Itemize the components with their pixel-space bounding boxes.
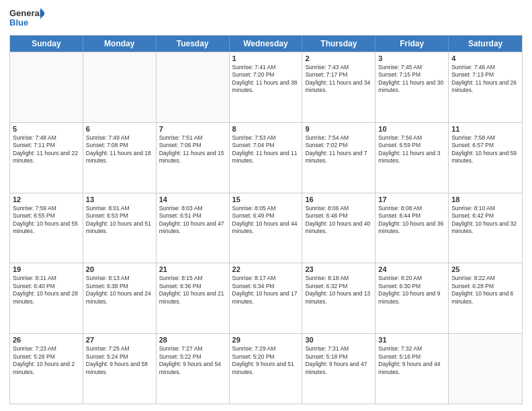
cal-header-friday: Friday (375, 36, 449, 52)
logo-svg: General Blue (9, 7, 44, 31)
day-number: 27 (86, 336, 153, 344)
cal-cell (157, 52, 230, 122)
calendar-body: 1Sunrise: 7:41 AMSunset: 7:20 PMDaylight… (10, 52, 522, 404)
cal-header-monday: Monday (83, 36, 157, 52)
cal-cell: 18Sunrise: 8:10 AMSunset: 6:42 PMDayligh… (449, 193, 522, 263)
day-number: 9 (305, 125, 372, 133)
day-number: 2 (305, 54, 372, 62)
cal-cell (449, 334, 522, 404)
day-number: 19 (13, 265, 80, 273)
cal-cell: 4Sunrise: 7:46 AMSunset: 7:13 PMDaylight… (449, 52, 522, 122)
day-info: Sunrise: 7:54 AMSunset: 7:02 PMDaylight:… (305, 134, 372, 165)
day-info: Sunrise: 8:05 AMSunset: 6:49 PMDaylight:… (232, 205, 300, 236)
day-number: 20 (86, 265, 153, 273)
svg-marker-2 (40, 8, 44, 19)
day-info: Sunrise: 7:29 AMSunset: 5:20 PMDaylight:… (232, 345, 300, 376)
day-number: 13 (86, 195, 153, 203)
cal-cell: 31Sunrise: 7:32 AMSunset: 5:16 PMDayligh… (375, 334, 449, 404)
day-info: Sunrise: 8:22 AMSunset: 6:28 PMDaylight:… (451, 275, 519, 306)
cal-cell: 21Sunrise: 8:15 AMSunset: 6:36 PMDayligh… (157, 263, 230, 333)
day-number: 7 (159, 125, 226, 133)
day-number: 11 (451, 125, 519, 133)
day-number: 12 (13, 195, 80, 203)
day-number: 3 (378, 54, 445, 62)
cal-cell (10, 52, 83, 122)
day-number: 1 (232, 54, 300, 62)
day-number: 31 (378, 336, 445, 344)
cal-cell: 22Sunrise: 8:17 AMSunset: 6:34 PMDayligh… (230, 263, 303, 333)
cal-cell: 17Sunrise: 8:08 AMSunset: 6:44 PMDayligh… (375, 193, 449, 263)
day-info: Sunrise: 7:58 AMSunset: 6:57 PMDaylight:… (451, 134, 519, 165)
day-info: Sunrise: 7:51 AMSunset: 7:06 PMDaylight:… (159, 134, 226, 165)
day-number: 29 (232, 336, 300, 344)
cal-cell: 11Sunrise: 7:58 AMSunset: 6:57 PMDayligh… (449, 123, 522, 193)
cal-cell: 8Sunrise: 7:53 AMSunset: 7:04 PMDaylight… (230, 123, 303, 193)
cal-cell: 15Sunrise: 8:05 AMSunset: 6:49 PMDayligh… (230, 193, 303, 263)
cal-header-tuesday: Tuesday (157, 36, 230, 52)
cal-cell: 27Sunrise: 7:25 AMSunset: 5:24 PMDayligh… (83, 334, 157, 404)
cal-cell: 2Sunrise: 7:43 AMSunset: 7:17 PMDaylight… (302, 52, 375, 122)
day-number: 10 (378, 125, 445, 133)
day-number: 17 (378, 195, 445, 203)
day-info: Sunrise: 7:45 AMSunset: 7:15 PMDaylight:… (378, 64, 445, 95)
day-info: Sunrise: 8:17 AMSunset: 6:34 PMDaylight:… (232, 275, 300, 306)
cal-week-4: 19Sunrise: 8:11 AMSunset: 6:40 PMDayligh… (10, 263, 522, 333)
cal-week-2: 5Sunrise: 7:48 AMSunset: 7:11 PMDaylight… (10, 122, 522, 193)
cal-header-wednesday: Wednesday (230, 36, 303, 52)
cal-cell: 19Sunrise: 8:11 AMSunset: 6:40 PMDayligh… (10, 263, 83, 333)
header: General Blue (9, 7, 523, 31)
day-info: Sunrise: 7:53 AMSunset: 7:04 PMDaylight:… (232, 134, 300, 165)
day-info: Sunrise: 7:27 AMSunset: 5:22 PMDaylight:… (159, 345, 226, 376)
cal-cell: 30Sunrise: 7:31 AMSunset: 5:18 PMDayligh… (302, 334, 375, 404)
cal-cell: 5Sunrise: 7:48 AMSunset: 7:11 PMDaylight… (10, 123, 83, 193)
day-number: 22 (232, 265, 300, 273)
day-number: 18 (451, 195, 519, 203)
cal-cell: 6Sunrise: 7:49 AMSunset: 7:08 PMDaylight… (83, 123, 157, 193)
cal-week-3: 12Sunrise: 7:59 AMSunset: 6:55 PMDayligh… (10, 193, 522, 263)
day-info: Sunrise: 8:10 AMSunset: 6:42 PMDaylight:… (451, 205, 519, 236)
cal-cell: 10Sunrise: 7:56 AMSunset: 6:59 PMDayligh… (375, 123, 449, 193)
day-info: Sunrise: 8:18 AMSunset: 6:32 PMDaylight:… (305, 275, 372, 306)
day-info: Sunrise: 8:01 AMSunset: 6:53 PMDaylight:… (86, 205, 153, 236)
cal-cell: 20Sunrise: 8:13 AMSunset: 6:38 PMDayligh… (83, 263, 157, 333)
day-info: Sunrise: 8:13 AMSunset: 6:38 PMDaylight:… (86, 275, 153, 306)
cal-cell: 25Sunrise: 8:22 AMSunset: 6:28 PMDayligh… (449, 263, 522, 333)
day-number: 8 (232, 125, 300, 133)
day-number: 30 (305, 336, 372, 344)
cal-week-1: 1Sunrise: 7:41 AMSunset: 7:20 PMDaylight… (10, 52, 522, 122)
day-number: 26 (13, 336, 80, 344)
day-number: 21 (159, 265, 226, 273)
day-info: Sunrise: 7:49 AMSunset: 7:08 PMDaylight:… (86, 134, 153, 165)
day-number: 25 (451, 265, 519, 273)
cal-cell: 24Sunrise: 8:20 AMSunset: 6:30 PMDayligh… (375, 263, 449, 333)
calendar-header-row: SundayMondayTuesdayWednesdayThursdayFrid… (10, 36, 522, 52)
day-number: 5 (13, 125, 80, 133)
day-info: Sunrise: 7:43 AMSunset: 7:17 PMDaylight:… (305, 64, 372, 95)
cal-cell: 14Sunrise: 8:03 AMSunset: 6:51 PMDayligh… (157, 193, 230, 263)
day-info: Sunrise: 7:23 AMSunset: 5:26 PMDaylight:… (13, 345, 80, 376)
day-number: 14 (159, 195, 226, 203)
day-info: Sunrise: 7:48 AMSunset: 7:11 PMDaylight:… (13, 134, 80, 165)
logo: General Blue (9, 7, 44, 31)
day-info: Sunrise: 8:15 AMSunset: 6:36 PMDaylight:… (159, 275, 226, 306)
cal-header-sunday: Sunday (10, 36, 83, 52)
day-info: Sunrise: 8:08 AMSunset: 6:44 PMDaylight:… (378, 205, 445, 236)
day-number: 6 (86, 125, 153, 133)
page: General Blue SundayMondayTuesdayWednesda… (0, 0, 532, 411)
cal-cell: 3Sunrise: 7:45 AMSunset: 7:15 PMDaylight… (375, 52, 449, 122)
day-info: Sunrise: 7:31 AMSunset: 5:18 PMDaylight:… (305, 345, 372, 376)
cal-cell: 16Sunrise: 8:06 AMSunset: 6:46 PMDayligh… (302, 193, 375, 263)
cal-cell: 28Sunrise: 7:27 AMSunset: 5:22 PMDayligh… (157, 334, 230, 404)
day-info: Sunrise: 7:46 AMSunset: 7:13 PMDaylight:… (451, 64, 519, 95)
day-number: 15 (232, 195, 300, 203)
cal-cell (83, 52, 157, 122)
svg-text:Blue: Blue (9, 17, 28, 28)
cal-cell: 9Sunrise: 7:54 AMSunset: 7:02 PMDaylight… (302, 123, 375, 193)
cal-cell: 7Sunrise: 7:51 AMSunset: 7:06 PMDaylight… (157, 123, 230, 193)
day-info: Sunrise: 8:11 AMSunset: 6:40 PMDaylight:… (13, 275, 80, 306)
cal-header-saturday: Saturday (449, 36, 522, 52)
cal-week-5: 26Sunrise: 7:23 AMSunset: 5:26 PMDayligh… (10, 333, 522, 404)
svg-text:General: General (9, 8, 42, 18)
cal-cell: 13Sunrise: 8:01 AMSunset: 6:53 PMDayligh… (83, 193, 157, 263)
day-info: Sunrise: 7:32 AMSunset: 5:16 PMDaylight:… (378, 345, 445, 376)
